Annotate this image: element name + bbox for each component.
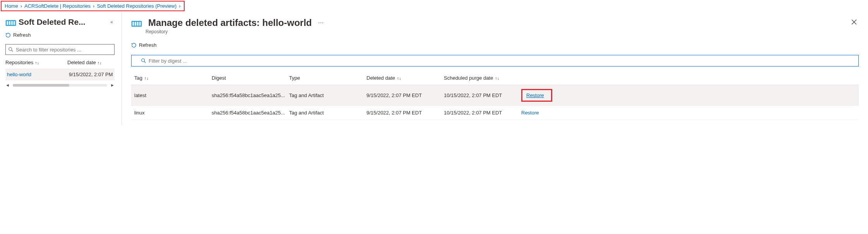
svg-rect-1	[7, 21, 8, 25]
svg-rect-4	[14, 21, 15, 25]
breadcrumb-item-home[interactable]: Home	[5, 3, 18, 9]
sidebar-title: Soft Deleted Re...	[5, 17, 86, 27]
artifact-row[interactable]: linux sha256:f54a58bc1aac5ea1a25... Tag …	[131, 106, 859, 120]
artifact-purge-date: 10/15/2022, 2:07 PM EDT	[444, 110, 521, 116]
filter-digest-input[interactable]	[131, 55, 859, 67]
artifact-tag: latest	[134, 92, 212, 98]
artifact-type: Tag and Artifact	[289, 92, 366, 98]
artifact-table-header: Tag ↑↓ Digest Type Deleted date ↑↓ Sched…	[131, 71, 859, 85]
close-icon	[851, 19, 857, 25]
column-digest[interactable]: Digest	[212, 75, 289, 81]
svg-line-6	[12, 50, 13, 52]
svg-point-5	[9, 48, 12, 51]
sidebar-column-repositories[interactable]: Repositories ↑↓	[5, 60, 67, 65]
sidebar-refresh-button[interactable]: Refresh	[5, 32, 115, 38]
chevron-right-icon: ›	[93, 3, 94, 9]
sort-icon: ↑↓	[98, 60, 102, 65]
refresh-icon	[131, 43, 137, 48]
artifact-digest: sha256:f54a58bc1aac5ea1a25...	[212, 110, 289, 116]
container-registry-icon	[131, 19, 142, 27]
artifact-deleted-date: 9/15/2022, 2:07 PM EDT	[366, 110, 444, 116]
sort-icon: ↑↓	[144, 76, 149, 80]
column-tag[interactable]: Tag ↑↓	[134, 75, 212, 81]
sidebar-horizontal-scrollbar[interactable]: ◄ ►	[5, 83, 115, 87]
artifact-digest: sha256:f54a58bc1aac5ea1a25...	[212, 92, 289, 98]
refresh-icon	[5, 32, 11, 38]
svg-line-15	[144, 61, 146, 63]
scroll-left-icon[interactable]: ◄	[5, 83, 10, 87]
repository-row[interactable]: hello-world 9/15/2022, 2:07 PM E	[5, 68, 115, 80]
repository-deleted-date: 9/15/2022, 2:07 PM E	[69, 72, 113, 77]
svg-rect-11	[139, 22, 141, 26]
svg-rect-3	[11, 21, 13, 25]
chevron-right-icon: ›	[179, 3, 180, 9]
breadcrumb: Home › ACRSoftDelete | Repositories › So…	[1, 1, 185, 11]
page-title: Manage deleted artifacts: hello-world	[148, 17, 312, 28]
repository-name: hello-world	[7, 72, 69, 77]
sort-icon: ↑↓	[35, 60, 39, 65]
artifact-row[interactable]: latest sha256:f54a58bc1aac5ea1a25... Tag…	[131, 85, 859, 106]
svg-point-14	[142, 59, 145, 62]
breadcrumb-item-registry[interactable]: ACRSoftDelete | Repositories	[24, 3, 91, 9]
container-registry-icon	[5, 18, 16, 26]
artifact-type: Tag and Artifact	[289, 110, 366, 116]
svg-rect-10	[137, 22, 139, 26]
breadcrumb-item-soft-deleted[interactable]: Soft Deleted Repositories (Preview)	[97, 3, 176, 9]
sort-icon: ↑↓	[495, 76, 499, 80]
svg-rect-9	[135, 22, 136, 26]
close-button[interactable]	[849, 17, 859, 28]
main-content: Manage deleted artifacts: hello-world ⋯ …	[122, 12, 868, 125]
sidebar: Soft Deleted Re... « Refresh Repositorie…	[0, 12, 122, 125]
search-icon	[8, 47, 14, 52]
page-subtitle: Repository	[146, 29, 326, 34]
column-purge-date[interactable]: Scheduled purge date ↑↓	[444, 75, 521, 81]
more-actions-button[interactable]: ⋯	[316, 20, 326, 26]
artifact-purge-date: 10/15/2022, 2:07 PM EDT	[444, 92, 521, 98]
main-refresh-button[interactable]: Refresh	[131, 42, 859, 48]
column-deleted-date[interactable]: Deleted date ↑↓	[366, 75, 444, 81]
sidebar-column-deleted-date[interactable]: Deleted date ↑↓	[67, 60, 102, 65]
search-icon	[141, 58, 146, 63]
artifact-deleted-date: 9/15/2022, 2:07 PM EDT	[366, 92, 444, 98]
column-type[interactable]: Type	[289, 75, 366, 81]
collapse-sidebar-button[interactable]: «	[109, 18, 115, 26]
chevron-right-icon: ›	[21, 3, 22, 9]
sort-icon: ↑↓	[397, 76, 401, 80]
svg-rect-8	[132, 22, 134, 26]
restore-button[interactable]: Restore	[521, 89, 552, 102]
artifact-tag: linux	[134, 110, 212, 116]
restore-button[interactable]: Restore	[521, 110, 539, 116]
svg-rect-2	[9, 21, 10, 25]
sidebar-search-input[interactable]	[5, 44, 115, 55]
scroll-right-icon[interactable]: ►	[110, 83, 115, 87]
